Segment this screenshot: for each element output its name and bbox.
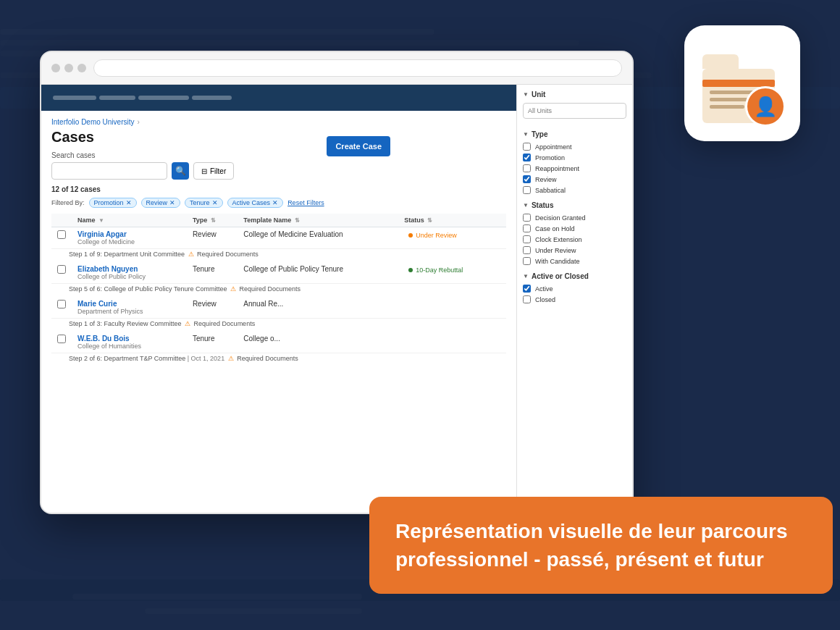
under-review-label: Under Review xyxy=(535,247,576,254)
template-name-2: College of Public Policy Tenure xyxy=(243,265,343,273)
filter-option-active: Active xyxy=(523,285,626,293)
search-button[interactable]: 🔍 xyxy=(172,162,189,180)
unit-search-input[interactable] xyxy=(523,103,626,119)
browser-url-bar[interactable] xyxy=(93,59,622,77)
search-row: 🔍 ⊟ Filter xyxy=(51,162,506,180)
checkbox-clock[interactable] xyxy=(523,235,531,243)
unit-chevron-icon: ▼ xyxy=(523,91,529,98)
row-checkbox-4[interactable] xyxy=(57,335,66,343)
folder-tab xyxy=(702,54,739,69)
app-content: Interfolio Demo University › Cases Creat… xyxy=(41,85,632,513)
browser-dot-2 xyxy=(64,64,73,72)
filter-panel: ▼ Unit ▼ Type Appointment Promotion xyxy=(516,85,632,513)
sabbatical-label: Sabbatical xyxy=(535,187,566,194)
filter-tag-active-cases[interactable]: Active Cases ✕ xyxy=(227,198,284,208)
breadcrumb-text[interactable]: Interfolio Demo University xyxy=(51,118,134,126)
filter-option-with-candidate: With Candidate xyxy=(523,257,626,265)
filter-section-status: ▼ Status Decision Granted Case on Hold C… xyxy=(523,201,626,265)
checkbox-decision[interactable] xyxy=(523,214,531,222)
filter-label: Filter xyxy=(210,167,226,175)
step-row-2: Step 5 of 6: College of Public Policy Te… xyxy=(51,284,506,298)
checkbox-closed[interactable] xyxy=(523,295,531,303)
filter-option-review: Review xyxy=(523,175,626,183)
filter-tag-tenure-remove[interactable]: ✕ xyxy=(212,199,218,206)
filter-tag-review-remove[interactable]: ✕ xyxy=(169,199,175,206)
checkbox-case-hold[interactable] xyxy=(523,224,531,232)
filter-section-type: ▼ Type Appointment Promotion Reappointme… xyxy=(523,130,626,194)
warning-text-3: Required Documents xyxy=(194,320,256,327)
cases-count: 12 of 12 cases xyxy=(51,185,506,193)
filter-tag-promotion-remove[interactable]: ✕ xyxy=(126,199,132,206)
browser-dot-3 xyxy=(77,64,86,72)
checkbox-reappointment[interactable] xyxy=(523,164,531,172)
filter-tag-review[interactable]: Review ✕ xyxy=(141,198,181,208)
closed-label: Closed xyxy=(535,296,555,303)
filter-tag-promotion-label: Promotion xyxy=(94,199,124,206)
step-row-4: Step 2 of 6: Department T&P Committee | … xyxy=(51,353,506,367)
checkbox-appointment[interactable] xyxy=(523,143,531,151)
filter-section-status-header[interactable]: ▼ Status xyxy=(523,201,626,209)
filter-option-decision: Decision Granted xyxy=(523,214,626,222)
candidate-name-3[interactable]: Marie Curie xyxy=(77,300,181,308)
checkbox-with-candidate[interactable] xyxy=(523,257,531,265)
case-type-3: Review xyxy=(193,300,217,308)
th-name: Name ▼ xyxy=(72,214,187,227)
status-badge-2: 10-Day Rebuttal xyxy=(404,265,467,275)
filter-section-unit-header[interactable]: ▼ Unit xyxy=(523,91,626,98)
row-checkbox-2[interactable] xyxy=(57,265,66,274)
checkbox-under-review[interactable] xyxy=(523,246,531,254)
warning-icon-3: ⚠ xyxy=(185,320,190,327)
reset-filters-link[interactable]: Reset Filters xyxy=(287,199,324,206)
step-text-3: Step 1 of 3: Faculty Review Committee xyxy=(69,320,182,327)
candidate-name-4[interactable]: W.E.B. Du Bois xyxy=(77,335,181,343)
unit-label: Unit xyxy=(532,91,545,98)
status-badge-1: Under Review xyxy=(404,230,461,240)
filter-tag-active-cases-remove[interactable]: ✕ xyxy=(272,199,278,206)
row-checkbox-3[interactable] xyxy=(57,300,66,308)
name-sort-icon: ▼ xyxy=(98,217,104,224)
type-sort-icon: ⇅ xyxy=(211,217,216,224)
top-nav xyxy=(41,85,516,111)
browser-chrome xyxy=(41,52,632,85)
step-row-3: Step 1 of 3: Faculty Review Committee ⚠ … xyxy=(51,319,506,332)
case-hold-label: Case on Hold xyxy=(535,225,575,232)
checkbox-promotion[interactable] xyxy=(523,154,531,161)
th-template: Template Name ⇅ xyxy=(238,214,398,227)
checkbox-review[interactable] xyxy=(523,175,531,183)
create-case-button[interactable]: Create Case xyxy=(327,136,390,156)
warning-icon-1: ⚠ xyxy=(188,251,194,258)
nav-items xyxy=(53,96,232,100)
filter-tag-tenure[interactable]: Tenure ✕ xyxy=(185,198,223,208)
with-candidate-label: With Candidate xyxy=(535,258,580,265)
filter-option-closed: Closed xyxy=(523,295,626,303)
filter-button[interactable]: ⊟ Filter xyxy=(193,162,234,180)
checkbox-active[interactable] xyxy=(523,285,531,293)
nav-item-3 xyxy=(138,96,189,100)
status-dot-1 xyxy=(408,233,413,238)
checkbox-sabbatical[interactable] xyxy=(523,186,531,194)
reappointment-label: Reappointment xyxy=(535,165,579,172)
search-input[interactable] xyxy=(51,162,167,180)
step-text-4: Step 2 of 6: Department T&P Committee xyxy=(69,355,185,362)
review-label: Review xyxy=(535,176,557,183)
filter-section-type-header[interactable]: ▼ Type xyxy=(523,130,626,138)
candidate-name-1[interactable]: Virginia Apgar xyxy=(77,230,181,238)
filter-tag-promotion[interactable]: Promotion ✕ xyxy=(89,198,137,208)
promotion-label: Promotion xyxy=(535,154,565,161)
table-row: Elizabeth Nguyen College of Public Polic… xyxy=(51,262,506,284)
table-row: Virginia Apgar College of Medicine Revie… xyxy=(51,227,506,249)
cases-content: Interfolio Demo University › Cases Creat… xyxy=(41,111,516,513)
row-checkbox-1[interactable] xyxy=(57,230,66,239)
filter-option-promotion: Promotion xyxy=(523,154,626,161)
filter-option-sabbatical: Sabbatical xyxy=(523,186,626,194)
status-text-2: 10-Day Rebuttal xyxy=(416,266,463,274)
step-row-1: Step 1 of 9: Department Unit Committee ⚠… xyxy=(51,249,506,263)
folder-line-3 xyxy=(710,105,744,109)
page-title: Cases xyxy=(51,129,506,146)
candidate-name-2[interactable]: Elizabeth Nguyen xyxy=(77,265,181,273)
cases-header-row: Cases Create Case xyxy=(51,129,506,146)
filter-section-active-header[interactable]: ▼ Active or Closed xyxy=(523,272,626,280)
icon-decoration: 👤 xyxy=(684,25,800,141)
filter-option-reappointment: Reappointment xyxy=(523,164,626,172)
candidate-dept-3: Department of Physics xyxy=(77,308,181,315)
